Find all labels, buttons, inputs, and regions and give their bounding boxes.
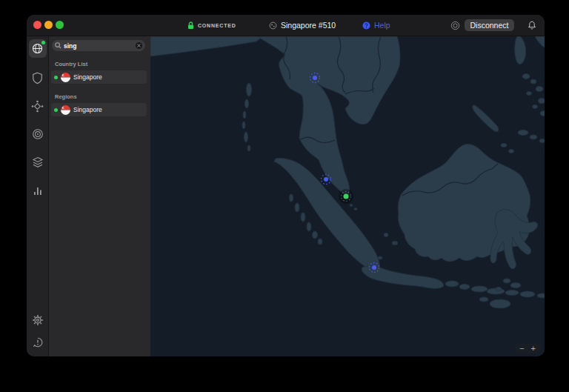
server-name-label: Singapore #510 [281, 21, 336, 30]
world-map[interactable] [150, 36, 545, 356]
help-link[interactable]: Help [362, 15, 390, 36]
island [503, 279, 510, 283]
sidebar-icon-rail [27, 36, 49, 356]
island [479, 297, 488, 302]
island [384, 233, 388, 237]
gear-icon [32, 314, 44, 326]
online-dot [54, 76, 58, 79]
island [509, 150, 514, 153]
minimize-button[interactable] [44, 21, 53, 29]
island [290, 194, 293, 202]
section-title: Country List [55, 61, 150, 67]
island [537, 293, 545, 298]
island [471, 286, 488, 292]
shield-icon [32, 72, 43, 84]
island [378, 256, 382, 259]
nodes-icon [31, 100, 44, 113]
section-title: Regions [55, 93, 150, 100]
layers-icon [32, 156, 44, 168]
clear-search-button[interactable] [136, 42, 142, 49]
target-icon [32, 128, 44, 140]
threat-protection-indicator[interactable] [450, 15, 460, 36]
island [459, 285, 470, 290]
island [527, 92, 532, 96]
island [244, 132, 248, 142]
app-window: CONNECTED Singapore #510 Help D [27, 15, 545, 356]
bars-icon [33, 185, 43, 196]
country-label: Singapore [73, 73, 102, 81]
zoom-button[interactable] [56, 21, 64, 29]
notifications[interactable] [528, 15, 536, 36]
map-zoom-control: − + [515, 344, 540, 353]
current-server: Singapore #510 [269, 15, 336, 36]
content-area: Country List Singapore Regions [27, 36, 545, 356]
sidebar-item-specialty-servers[interactable] [29, 98, 47, 114]
singapore-flag-icon [61, 73, 70, 82]
zoom-out-button[interactable]: − [519, 345, 524, 353]
island [530, 79, 536, 84]
island [539, 99, 545, 104]
island [496, 288, 502, 291]
island [301, 213, 305, 222]
island [530, 135, 537, 139]
island [445, 281, 459, 287]
island [295, 203, 299, 212]
map-container[interactable]: − + [150, 36, 545, 356]
close-button[interactable] [33, 21, 41, 29]
sidebar-item-settings[interactable] [29, 312, 47, 328]
sidebar-item-security[interactable] [29, 70, 47, 86]
island [522, 74, 530, 79]
sidebar-item-obfuscated[interactable] [29, 126, 47, 142]
island [510, 283, 521, 288]
island [313, 231, 318, 239]
region-label: Singapore [73, 106, 102, 113]
rings-icon [450, 21, 460, 30]
singapore-flag-icon [61, 105, 70, 115]
sidebar-item-multihop[interactable] [29, 154, 47, 170]
island [505, 290, 519, 296]
sidebar-item-support[interactable] [29, 334, 47, 351]
landmass [515, 36, 526, 64]
island [247, 145, 250, 151]
sidebar-item-map-view[interactable] [29, 39, 47, 58]
island [350, 205, 353, 207]
connected-badge [41, 41, 45, 44]
landmass [473, 105, 499, 132]
island [243, 111, 246, 119]
island [318, 239, 322, 245]
island [392, 242, 398, 245]
landmass [490, 210, 538, 269]
search-icon [55, 42, 61, 49]
island [518, 130, 528, 136]
island [242, 122, 245, 129]
island [245, 99, 249, 108]
online-dot [54, 108, 58, 112]
server-globe-icon [269, 21, 277, 30]
help-label: Help [374, 21, 390, 30]
island [520, 291, 535, 297]
landmass [535, 36, 545, 48]
bell-icon [528, 21, 536, 30]
island [307, 222, 311, 231]
island [247, 83, 252, 96]
titlebar: CONNECTED Singapore #510 Help D [27, 15, 545, 36]
list-item-region-singapore[interactable]: Singapore [51, 103, 147, 116]
globe-icon [32, 43, 43, 54]
sidebar-item-statistics[interactable] [29, 182, 47, 199]
search-box[interactable] [52, 40, 145, 51]
connection-status: CONNECTED [187, 15, 236, 36]
island [539, 139, 545, 143]
close-icon [137, 44, 141, 47]
server-list-panel: Country List Singapore Regions [49, 36, 150, 356]
help-icon [362, 21, 370, 30]
search-input[interactable] [64, 42, 133, 50]
disconnect-button[interactable]: Disconnect [465, 19, 514, 31]
list-item-country-singapore[interactable]: Singapore [51, 70, 147, 84]
zoom-in-button[interactable]: + [531, 345, 536, 353]
alert-bubble-icon [33, 337, 43, 348]
island [490, 299, 510, 308]
island [536, 87, 543, 92]
island [540, 111, 545, 116]
map-marker-3-connected[interactable] [339, 189, 353, 204]
traffic-lights [33, 21, 64, 29]
